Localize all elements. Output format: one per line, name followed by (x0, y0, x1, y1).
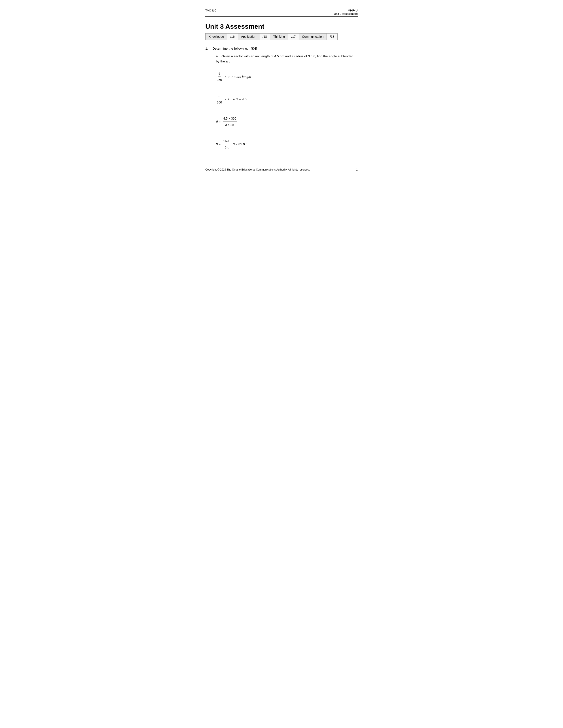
frac3-den: 3 × 2π (225, 122, 235, 128)
question-1-label: Determine the following: (212, 47, 248, 50)
org-name: TVO ILC (205, 9, 216, 12)
category-knowledge: Knowledge (205, 34, 227, 40)
frac2-num: θ (218, 93, 221, 99)
formula-3-prefix: θ = (216, 118, 221, 125)
formula-3-line: θ = 4.5 × 360 3 × 2π (216, 115, 358, 128)
unit-label: Unit 3 Assessment (334, 12, 358, 15)
question-1-mark: [K4] (250, 47, 257, 50)
page-footer: Copyright © 2019 The Ontario Educational… (205, 168, 358, 171)
frac2-den: 360 (216, 99, 222, 105)
formula-4-rest: θ = 85.9 ° (232, 141, 247, 148)
category-application: Application (238, 34, 259, 40)
page-header: TVO ILC MHF4U Unit 3 Assessment (205, 9, 358, 17)
formula-2-rest: × 2π ∗ 3 = 4.5 (224, 96, 246, 103)
category-thinking: Thinking (270, 34, 288, 40)
question-1-number: 1. (205, 47, 211, 50)
fraction-3: 4.5 × 360 3 × 2π (223, 115, 237, 128)
score-table: Knowledge /16 Application /18 Thinking /… (205, 33, 338, 40)
formula-4: θ = 1620 6π θ = 85.9 ° (216, 138, 358, 150)
question-1-main: 1. Determine the following: [K4] (205, 47, 358, 50)
course-code: MHF4U (334, 9, 358, 12)
fraction-1: θ 360 (216, 70, 222, 83)
work-area: θ 360 × 2πr = arc length θ 360 × 2π ∗ 3 … (216, 70, 358, 150)
score-knowledge: /16 (227, 34, 238, 40)
formula-4-line: θ = 1620 6π θ = 85.9 ° (216, 138, 358, 150)
score-application: /18 (259, 34, 270, 40)
question-1-text: Determine the following: [K4] (212, 47, 358, 50)
score-thinking: /17 (288, 34, 299, 40)
page-title: Unit 3 Assessment (205, 23, 358, 30)
page-number: 1 (356, 168, 358, 171)
sub-question-a-text: Given a sector with an arc length of 4.5… (216, 54, 353, 63)
fraction-4: 1620 6π (223, 138, 230, 150)
formula-1: θ 360 × 2πr = arc length (216, 70, 358, 83)
frac3-num: 4.5 × 360 (223, 115, 237, 122)
score-communication: /18 (327, 34, 337, 40)
category-communication: Communication (299, 34, 327, 40)
sub-label-a: a. (216, 54, 220, 58)
formula-4-prefix: θ = (216, 141, 221, 148)
fraction-2: θ 360 (216, 93, 222, 105)
frac1-den: 360 (216, 77, 222, 83)
formula-3: θ = 4.5 × 360 3 × 2π (216, 115, 358, 128)
sub-question-a: a. Given a sector with an arc length of … (216, 54, 358, 64)
frac4-den: 6π (224, 144, 229, 150)
question-1-section: 1. Determine the following: [K4] a. Give… (205, 47, 358, 150)
formula-2: θ 360 × 2π ∗ 3 = 4.5 (216, 93, 358, 105)
header-right: MHF4U Unit 3 Assessment (334, 9, 358, 15)
frac4-num: 1620 (223, 138, 230, 144)
formula-1-line: θ 360 × 2πr = arc length (216, 70, 358, 83)
copyright-text: Copyright © 2019 The Ontario Educational… (205, 168, 310, 171)
frac1-num: θ (218, 70, 221, 77)
formula-2-line: θ 360 × 2π ∗ 3 = 4.5 (216, 93, 358, 105)
formula-1-rest: × 2πr = arc length (224, 73, 251, 80)
